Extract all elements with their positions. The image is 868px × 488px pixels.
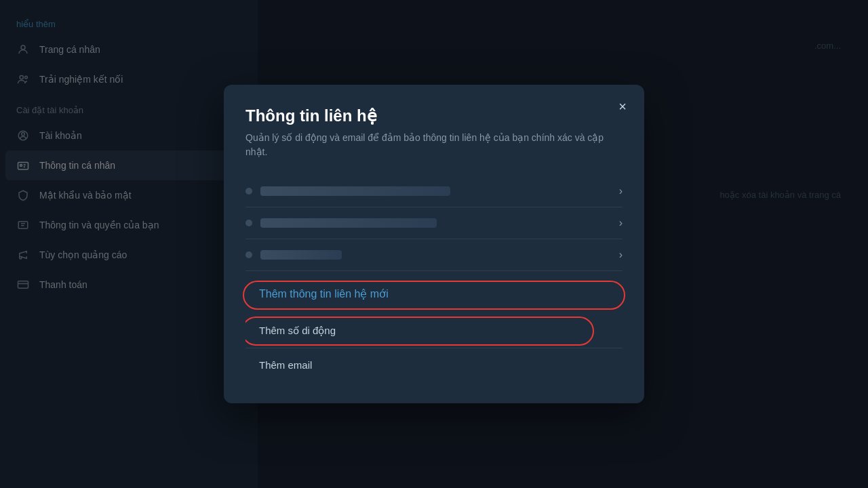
- contact-blurred-1: [260, 186, 450, 196]
- add-email-button[interactable]: Thêm email: [245, 348, 623, 382]
- add-phone-button[interactable]: Thêm số di động: [245, 314, 623, 348]
- dropdown-wrapper: Thêm số di động Thêm email: [245, 314, 623, 382]
- contact-item-2[interactable]: ›: [245, 207, 623, 239]
- contact-item-left-3: [245, 250, 342, 260]
- dropdown-area: Thêm số di động Thêm email: [245, 314, 623, 382]
- contact-dot-3: [245, 251, 252, 258]
- contact-item-left-1: [245, 186, 450, 196]
- contact-blurred-3: [260, 250, 342, 260]
- contact-chevron-3: ›: [619, 249, 623, 261]
- modal-close-button[interactable]: ×: [612, 96, 633, 117]
- contact-info-modal: × Thông tin liên hệ Quản lý số di động v…: [224, 85, 644, 403]
- contact-list: › › ›: [245, 176, 623, 271]
- modal-backdrop: × Thông tin liên hệ Quản lý số di động v…: [0, 0, 868, 488]
- modal-title: Thông tin liên hệ: [245, 106, 623, 125]
- add-new-contact-container: Thêm thông tin liên hệ mới: [245, 277, 623, 311]
- add-new-contact-button[interactable]: Thêm thông tin liên hệ mới: [245, 277, 623, 311]
- contact-item-3[interactable]: ›: [245, 239, 623, 271]
- modal-subtitle: Quản lý số di động và email để đảm bảo t…: [245, 131, 623, 159]
- contact-chevron-2: ›: [619, 217, 623, 229]
- contact-dot-2: [245, 220, 252, 226]
- dropdown-phone-container: Thêm số di động: [245, 314, 623, 348]
- contact-blurred-2: [260, 218, 437, 228]
- contact-item-left-2: [245, 218, 437, 228]
- contact-dot-1: [245, 188, 252, 195]
- contact-chevron-1: ›: [619, 185, 623, 197]
- contact-item-1[interactable]: ›: [245, 176, 623, 207]
